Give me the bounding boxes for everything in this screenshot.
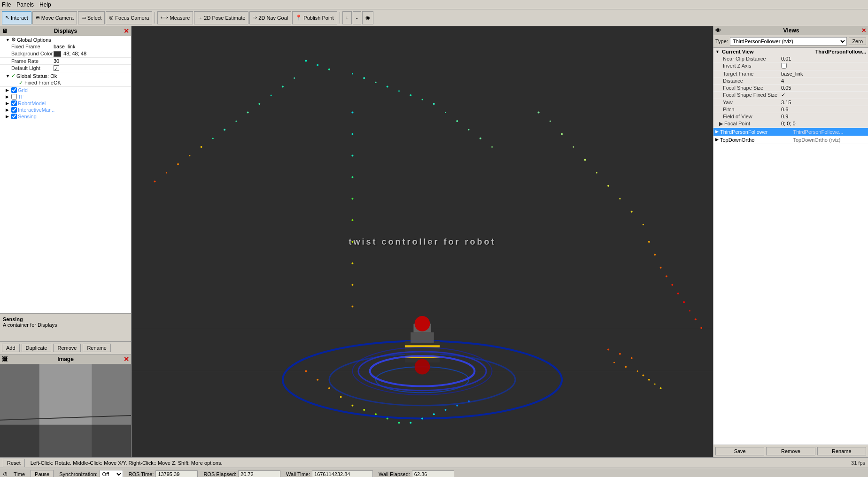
invert-z-checkbox[interactable] xyxy=(781,63,787,69)
wall-time-input[interactable] xyxy=(312,470,373,477)
views-panel-header: 👁 Views ✕ xyxy=(713,26,868,35)
image-panel-close[interactable]: ✕ xyxy=(124,355,129,363)
nav-goal-button[interactable]: ⇒ 2D Nav Goal xyxy=(249,11,291,24)
move-camera-button[interactable]: ⊕ Move Camera xyxy=(32,11,77,24)
color-swatch xyxy=(54,51,61,57)
background-color-row: Background Color 48; 48; 48 xyxy=(0,50,131,58)
expand-icon: ▶ xyxy=(715,129,720,135)
menu-file[interactable]: File xyxy=(2,1,11,8)
expand-icon: ▶ xyxy=(6,88,10,92)
focal-shape-fixed-prop: Focal Shape Fixed Size ✓ xyxy=(713,92,868,99)
menu-help[interactable]: Help xyxy=(39,1,51,8)
grid-checkbox[interactable] xyxy=(11,87,17,93)
pitch-prop: Pitch 0.6 xyxy=(713,106,868,113)
displays-close-button[interactable]: ✕ xyxy=(124,27,129,35)
ros-time-input[interactable] xyxy=(155,470,198,477)
views-close-button[interactable]: ✕ xyxy=(861,27,866,34)
sensing-item[interactable]: ▶ Sensing xyxy=(0,113,131,120)
current-view-section: ▼ Current View ThirdPersonFollow... Near… xyxy=(713,48,868,128)
select-button[interactable]: ▭ Select xyxy=(78,11,105,24)
robot-model-checkbox[interactable] xyxy=(11,100,17,106)
invert-z-prop: Invert Z Axis xyxy=(713,62,868,70)
image-panel-header: 🖼 Image ✕ xyxy=(0,354,131,364)
viewport[interactable]: twist controller for robot xyxy=(132,26,713,457)
pose-estimate-button[interactable]: → 2D Pose Estimate xyxy=(194,11,248,24)
distance-prop: Distance 4 xyxy=(713,77,868,85)
pose-icon: → xyxy=(197,15,202,21)
toolbar: ↖ Interact ⊕ Move Camera ▭ Select ◎ Focu… xyxy=(0,9,868,26)
sync-section: Synchronization: Off xyxy=(59,470,123,477)
sync-select[interactable]: Off xyxy=(100,470,123,477)
default-light-checkbox[interactable] xyxy=(54,65,59,71)
remove-view-button[interactable]: Remove xyxy=(766,447,815,455)
remove-button[interactable]: Remove xyxy=(53,344,81,352)
current-view-header[interactable]: ▼ Current View ThirdPersonFollow... xyxy=(713,48,868,55)
wall-time-section: Wall Time: xyxy=(286,470,373,477)
tf-item[interactable]: ▶ TF xyxy=(0,93,131,100)
wall-elapsed-section: Wall Elapsed: xyxy=(379,470,454,477)
focal-shape-size-prop: Focal Shape Size 0.05 xyxy=(713,85,868,92)
add-button[interactable]: Add xyxy=(2,344,20,352)
yaw-prop: Yaw 3.15 xyxy=(713,99,868,106)
sync-label: Synchronization: xyxy=(59,471,97,477)
ros-time-section: ROS Time: xyxy=(129,470,198,477)
target-frame-prop: Target Frame base_link xyxy=(713,70,868,77)
interact-button[interactable]: ↖ Interact xyxy=(2,11,31,24)
views-type-row: Type: ThirdPersonFollower (rviz) Zero xyxy=(713,35,868,48)
menubar: File Panels Help xyxy=(0,0,868,9)
focus-camera-button[interactable]: ◎ Focus Camera xyxy=(106,11,152,24)
views-title: Views xyxy=(783,27,799,34)
expand-icon: ▼ xyxy=(715,49,720,54)
robot-model-item[interactable]: ▶ RobotModel xyxy=(0,100,131,107)
interactive-marker-item[interactable]: ▶ InteractiveMar... xyxy=(0,107,131,113)
rename-view-button[interactable]: Rename xyxy=(817,447,866,455)
toolbar-extra-1[interactable]: + xyxy=(342,11,352,24)
expand-icon: ▶ xyxy=(6,101,10,106)
status-icon: ✓ xyxy=(11,73,16,79)
views-icon: 👁 xyxy=(715,27,721,34)
zero-button[interactable]: Zero xyxy=(849,38,866,45)
grid-item[interactable]: ▶ Grid xyxy=(0,87,131,93)
fixed-frame-row: Fixed Frame base_link xyxy=(0,43,131,50)
sensing-info-panel: Sensing A container for Displays xyxy=(0,313,131,341)
displays-panel-header: 🖥 Displays ✕ xyxy=(0,26,131,36)
measure-icon: ⟺ xyxy=(161,15,168,21)
wall-elapsed-input[interactable] xyxy=(412,470,454,477)
reset-button[interactable]: Reset xyxy=(3,459,25,467)
cursor-icon: ↖ xyxy=(5,15,9,21)
sensing-checkbox[interactable] xyxy=(11,114,17,119)
help-text: Left-Click: Rotate. Middle-Click: Move X… xyxy=(31,460,845,466)
duplicate-button[interactable]: Duplicate xyxy=(22,344,52,352)
type-select[interactable]: ThirdPersonFollower (rviz) xyxy=(730,37,847,46)
interactive-marker-checkbox[interactable] xyxy=(11,107,17,113)
third-person-follower-item[interactable]: ▶ ThirdPersonFollower ThirdPersonFollowe… xyxy=(713,128,868,136)
image-icon: 🖼 xyxy=(2,356,8,362)
svg-rect-3 xyxy=(0,364,39,457)
expand-icon: ▼ xyxy=(6,38,10,42)
rename-button[interactable]: Rename xyxy=(83,344,111,352)
save-view-button[interactable]: Save xyxy=(715,447,764,455)
time-icon: ⏱ xyxy=(3,471,8,477)
settings-icon: ⚙ xyxy=(11,37,16,43)
ros-elapsed-input[interactable] xyxy=(238,470,280,477)
global-options-item[interactable]: ▼ ⚙ Global Options xyxy=(0,36,131,43)
focus-icon: ◎ xyxy=(109,15,114,21)
ros-elapsed-label: ROS Elapsed: xyxy=(203,471,236,477)
sensing-description: A container for Displays xyxy=(3,322,128,328)
pause-button[interactable]: Pause xyxy=(31,470,54,477)
tf-checkbox[interactable] xyxy=(11,94,17,100)
panel-buttons-area: Add Duplicate Remove Rename xyxy=(0,341,131,354)
measure-button[interactable]: ⟺ Measure xyxy=(157,11,193,24)
toolbar-separator-1 xyxy=(155,12,155,23)
toolbar-extra-2[interactable]: - xyxy=(353,11,361,24)
menu-panels[interactable]: Panels xyxy=(16,1,34,8)
publish-point-button[interactable]: 📍 Publish Point xyxy=(292,11,337,24)
fps-counter: 31 fps xyxy=(851,460,865,466)
status-fixed-frame-row: ✓ Fixed Frame OK xyxy=(0,79,131,87)
top-down-ortho-item[interactable]: ▶ TopDownOrtho TopDownOrtho (rviz) xyxy=(713,136,868,144)
move-camera-icon: ⊕ xyxy=(36,15,40,21)
wall-time-label: Wall Time: xyxy=(286,471,310,477)
near-clip-prop: Near Clip Distance 0.01 xyxy=(713,55,868,62)
global-status-item[interactable]: ▼ ✓ Global Status: Ok xyxy=(0,72,131,79)
toolbar-extra-3[interactable]: ◉ xyxy=(362,11,373,24)
